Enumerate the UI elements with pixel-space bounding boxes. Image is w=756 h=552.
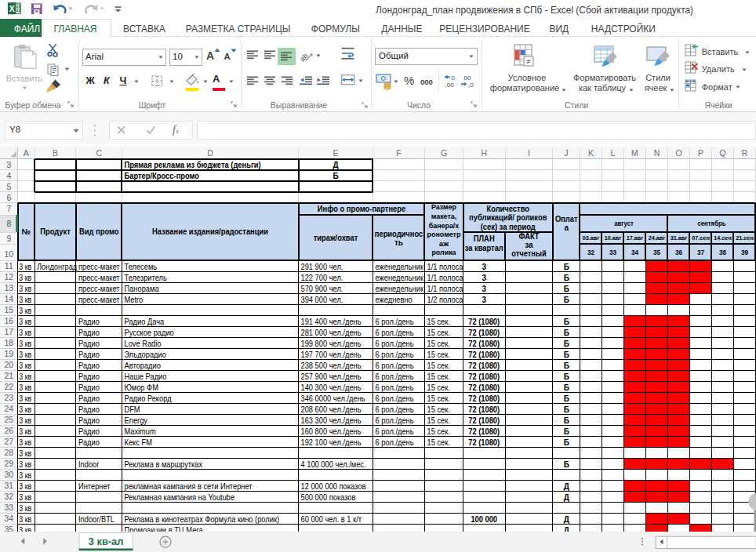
svg-text:E: E <box>333 149 339 158</box>
svg-text:Love Radio: Love Radio <box>125 340 162 348</box>
svg-text:197 700 чел./день: 197 700 чел./день <box>301 350 362 359</box>
svg-text:1/1 полоса: 1/1 полоса <box>427 274 463 282</box>
svg-text:21: 21 <box>4 372 13 380</box>
svg-text:Energy: Energy <box>125 416 148 425</box>
svg-text:Промоакции в ТЦ Мега: Промоакции в ТЦ Мега <box>125 526 204 532</box>
svg-text:Авторадио: Авторадио <box>125 361 162 370</box>
svg-text:Радио: Радио <box>78 372 100 381</box>
svg-text:3 кв: 3 кв <box>19 361 31 370</box>
svg-text:Б: Б <box>564 285 569 293</box>
svg-text:Maximum: Maximum <box>125 427 156 436</box>
svg-text:3 кв: 3 кв <box>19 350 31 359</box>
svg-text:160 800 чел./день: 160 800 чел./день <box>301 427 362 436</box>
svg-text:ежедневно: ежедневно <box>376 296 413 304</box>
svg-text:Д: Д <box>564 493 569 502</box>
svg-text:15 сек.: 15 сек. <box>427 372 449 381</box>
svg-text:15 сек.: 15 сек. <box>427 329 449 337</box>
svg-text:Б: Б <box>564 416 569 425</box>
svg-text:Б: Б <box>564 383 569 392</box>
svg-text:Б: Б <box>564 372 569 381</box>
svg-text:3: 3 <box>482 263 486 271</box>
svg-text:3 кв: 3 кв <box>19 427 31 436</box>
svg-text:3 кв: 3 кв <box>19 493 31 502</box>
svg-text:Б: Б <box>564 318 569 326</box>
svg-text:5: 5 <box>6 183 11 191</box>
svg-text:6 рол./день: 6 рол./день <box>376 350 414 359</box>
svg-text:Радио: Радио <box>78 340 100 348</box>
svg-text:Радио: Радио <box>78 427 100 436</box>
svg-text:Q: Q <box>719 149 725 158</box>
svg-text:34: 34 <box>631 249 639 256</box>
svg-text:Б: Б <box>564 263 569 271</box>
svg-text:Реклама в кинотеатрах Формула: Реклама в кинотеатрах Формула кино (роли… <box>125 515 280 524</box>
svg-text:15 сек.: 15 сек. <box>427 405 449 414</box>
svg-text:15 сек.: 15 сек. <box>427 438 449 447</box>
svg-text:18: 18 <box>4 339 13 347</box>
svg-text:Радио: Радио <box>78 383 100 392</box>
svg-text:Радио: Радио <box>78 350 100 359</box>
svg-text:B: B <box>53 149 58 158</box>
svg-text:3 кв-ал: 3 кв-ал <box>89 536 123 547</box>
svg-text:Б: Б <box>564 274 569 282</box>
svg-text:15 сек.: 15 сек. <box>427 350 449 359</box>
svg-text:Юмор ФМ: Юмор ФМ <box>125 383 158 392</box>
svg-text:Название издания/радостанции: Название издания/радостанции <box>152 227 268 236</box>
svg-text:Радио: Радио <box>78 405 100 414</box>
svg-text:рекламная кампания в сети Инте: рекламная кампания в сети Интернет <box>125 482 253 491</box>
svg-text:15 сек.: 15 сек. <box>427 318 449 326</box>
svg-text:03.авг: 03.авг <box>583 234 600 242</box>
svg-text:3 кв: 3 кв <box>19 383 31 392</box>
svg-text:25: 25 <box>4 416 13 424</box>
svg-text:Русское радио: Русское радио <box>125 329 175 337</box>
svg-text:Размер: Размер <box>431 202 456 211</box>
svg-text:Б: Б <box>564 460 569 469</box>
svg-text:Радио: Радио <box>78 394 100 403</box>
svg-text:Рекламная кампания на Youtube: Рекламная кампания на Youtube <box>125 493 235 502</box>
svg-text:Эльдорадио: Эльдорадио <box>125 350 167 359</box>
svg-text:Д: Д <box>333 161 338 169</box>
svg-text:Панорама: Панорама <box>125 285 160 293</box>
svg-text:14.сен: 14.сен <box>714 234 732 242</box>
svg-text:140 300 чел./день: 140 300 чел./день <box>301 383 362 392</box>
svg-text:281 000 чел./день: 281 000 чел./день <box>301 329 362 337</box>
svg-text:6 рол./день: 6 рол./день <box>376 340 414 348</box>
svg-text:аж: аж <box>439 239 449 248</box>
svg-text:21.сен: 21.сен <box>736 234 754 242</box>
svg-text:3 кв: 3 кв <box>19 460 31 469</box>
svg-text:за: за <box>525 241 533 249</box>
svg-text:Радио: Радио <box>78 361 100 370</box>
svg-text:Лондонград: Лондонград <box>37 263 77 271</box>
svg-text:394 000 чел.: 394 000 чел. <box>301 296 343 304</box>
svg-text:Радио: Радио <box>78 318 100 326</box>
svg-text:Прямая реклама из бюджета (ден: Прямая реклама из бюджета (деньги) <box>125 161 261 169</box>
svg-text:P: P <box>698 149 703 158</box>
svg-text:Б: Б <box>564 350 569 359</box>
svg-text:Кекс FM: Кекс FM <box>125 438 152 447</box>
svg-text:O: O <box>675 149 681 158</box>
svg-text:14: 14 <box>4 295 13 303</box>
svg-text:R: R <box>742 149 748 158</box>
svg-text:163 300 чел./день: 163 300 чел./день <box>301 416 362 425</box>
svg-text:3 кв: 3 кв <box>19 285 31 293</box>
svg-text:6 рол./день: 6 рол./день <box>376 416 414 425</box>
svg-text:15 сек.: 15 сек. <box>427 427 449 436</box>
svg-text:Продукт: Продукт <box>40 227 71 236</box>
svg-text:3 кв: 3 кв <box>19 296 31 304</box>
svg-text:72 (1080): 72 (1080) <box>468 405 500 414</box>
svg-text:M: M <box>631 149 638 158</box>
svg-text:Д: Д <box>564 482 569 491</box>
svg-text:Оплат: Оплат <box>555 215 578 223</box>
svg-text:6 рол./день: 6 рол./день <box>376 361 414 370</box>
svg-text:ab: ab <box>300 52 309 63</box>
svg-text:Б: Б <box>564 438 569 447</box>
svg-text:27: 27 <box>4 438 13 446</box>
svg-text:1/1 полоса: 1/1 полоса <box>427 263 463 271</box>
svg-text:33: 33 <box>609 249 617 256</box>
svg-text:пресс-макет: пресс-макет <box>78 285 120 293</box>
svg-text:6: 6 <box>6 194 11 202</box>
svg-text:Радио: Радио <box>78 438 100 447</box>
svg-text:15 сек.: 15 сек. <box>427 394 449 403</box>
svg-text:12 000 000 показов: 12 000 000 показов <box>301 482 366 491</box>
svg-text:24: 24 <box>4 405 13 413</box>
svg-text:макета,: макета, <box>431 212 457 220</box>
